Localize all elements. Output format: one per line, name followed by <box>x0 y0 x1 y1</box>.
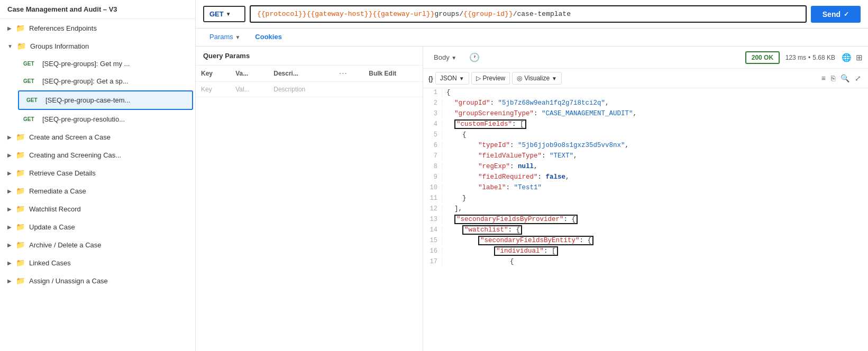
filter-icon[interactable]: ≡ <box>820 72 827 84</box>
main-area: GET ▼ {{protocol}} {{gateway-host}} {{ga… <box>196 0 868 351</box>
val-cell[interactable]: Val... <box>230 82 268 97</box>
chevron-right-icon: ▶ <box>7 206 12 212</box>
col-key: Key <box>196 66 230 82</box>
folder-icon: 📁 <box>16 205 25 213</box>
tabs-bar: Params ▼ Cookies <box>196 29 868 47</box>
json-line-4: 4 "customFields": [ <box>423 120 868 131</box>
col-desc: Descri... <box>268 66 334 82</box>
chevron-right-icon: ▶ <box>7 170 12 176</box>
method-selector[interactable]: GET ▼ <box>203 6 245 22</box>
expand-icon[interactable]: ⤢ <box>853 72 863 84</box>
folder-icon: 📁 <box>16 258 25 267</box>
preview-label: Preview <box>483 75 506 82</box>
params-table: Key Va... Descri... ··· Bulk Edit Key Va… <box>196 66 423 97</box>
folder-icon: 📁 <box>17 42 26 50</box>
json-line-13: 13 "secondaryFieldsByProvider": { <box>423 215 868 226</box>
search-icon[interactable]: 🔍 <box>839 72 851 84</box>
sidebar-item-creating-screening[interactable]: ▶ 📁 Creating and Screening Cas... <box>0 146 195 164</box>
response-size: 5.68 KB <box>812 54 835 61</box>
url-bar: GET ▼ {{protocol}} {{gateway-host}} {{ga… <box>196 0 868 29</box>
sidebar-item-label: Update a Case <box>29 223 188 231</box>
response-tabs-bar: Body ▼ 🕐 200 OK 123 ms • 5.68 KB 🌐 ⊞ <box>423 47 868 69</box>
sidebar-item-label: References Endpoints <box>29 24 188 32</box>
sidebar-item-archive-delete[interactable]: ▶ 📁 Archive / Delete a Case <box>0 236 195 254</box>
format-selector[interactable]: JSON ▼ <box>435 72 469 85</box>
col-dots: ··· <box>334 66 363 82</box>
sidebar-item-get-resolutio[interactable]: GET [SEQ-pre-group-resolutio... <box>16 110 195 128</box>
folder-icon: 📁 <box>16 169 25 177</box>
chevron-right-icon: ▶ <box>7 242 12 248</box>
folder-icon: 📁 <box>16 241 25 249</box>
sidebar-item-get-case-template[interactable]: GET [SEQ-pre-group-case-tem... <box>18 90 193 110</box>
chevron-right-icon: ▶ <box>7 188 12 194</box>
folder-icon: 📁 <box>16 187 25 195</box>
col-bulk: Bulk Edit <box>363 66 423 82</box>
sidebar-item-watchlist[interactable]: ▶ 📁 Watchlist Record <box>0 200 195 218</box>
json-line-12: 12 ], <box>423 205 868 215</box>
sidebar-item-get-my-groups[interactable]: GET [SEQ-pre-groups]: Get my ... <box>16 55 195 72</box>
send-label: Send <box>823 10 840 19</box>
folder-icon: 📁 <box>16 24 25 32</box>
sidebar-item-label: [SEQ-pre-group-resolutio... <box>42 115 188 123</box>
sidebar-item-label: Creating and Screening Cas... <box>29 151 188 159</box>
visualize-icon: ◎ <box>517 75 522 82</box>
tab-params[interactable]: Params ▼ <box>203 29 246 46</box>
method-chevron-icon: ▼ <box>226 11 231 17</box>
json-line-8: 8 "regExp": null, <box>423 162 868 173</box>
tab-cookies[interactable]: Cookies <box>249 29 288 46</box>
response-icons: 🌐 ⊞ <box>842 53 863 62</box>
key-cell[interactable]: Key <box>196 82 230 97</box>
send-button[interactable]: Send ✓ <box>811 6 861 23</box>
sidebar-item-references[interactable]: ▶ 📁 References Endpoints <box>0 19 195 37</box>
sidebar-item-label: Linked Cases <box>29 259 188 267</box>
desc-cell[interactable]: Description <box>268 82 334 97</box>
method-badge: GET <box>23 78 38 84</box>
format-bar: {} JSON ▼ ▷ Preview ◎ Visualize ▼ ≡ ⎘ <box>423 69 868 88</box>
resize-icon[interactable]: ⊞ <box>856 53 863 62</box>
json-line-17: 17 { <box>423 257 868 268</box>
json-line-1: 1 { <box>423 88 868 99</box>
visualize-label: Visualize <box>524 75 550 82</box>
method-label: GET <box>209 10 224 18</box>
folder-icon: 📁 <box>16 133 25 141</box>
method-badge: GET <box>23 61 38 67</box>
json-line-11: 11 } <box>423 194 868 205</box>
sidebar-item-get-a-sp[interactable]: GET [SEQ-pre-group]: Get a sp... <box>16 72 195 90</box>
sidebar-item-label: Assign / Unassign a Case <box>29 277 188 285</box>
history-icon-btn[interactable]: 🕐 <box>464 50 485 65</box>
checkmark-icon: ✓ <box>844 11 849 18</box>
url-input[interactable]: {{protocol}} {{gateway-host}} {{gateway-… <box>250 5 807 23</box>
col-val: Va... <box>230 66 268 82</box>
json-response-area: 1 { 2 "groupId": "5jb7z68w9eah1fq2g7i8tc… <box>423 88 868 351</box>
resp-dot1: • <box>808 54 810 61</box>
method-badge: GET <box>26 97 41 103</box>
chevron-right-icon: ▶ <box>7 25 12 31</box>
url-protocol: {{protocol}} <box>257 10 307 18</box>
sidebar-title: Case Management and Audit – V3 <box>0 0 195 19</box>
chevron-right-icon: ▶ <box>7 134 12 140</box>
sidebar-item-remediate[interactable]: ▶ 📁 Remediate a Case <box>0 182 195 200</box>
globe-icon[interactable]: 🌐 <box>842 53 852 62</box>
folder-icon: 📁 <box>16 276 25 285</box>
sidebar-item-linked-cases[interactable]: ▶ 📁 Linked Cases <box>0 254 195 272</box>
sidebar-item-label: Archive / Delete a Case <box>29 241 188 249</box>
preview-play-icon: ▷ <box>476 75 481 82</box>
status-badge: 200 OK <box>745 51 780 64</box>
json-line-3: 3 "groupScreeningType": "CASE_MANAGEMENT… <box>423 109 868 120</box>
sidebar-item-retrieve-case[interactable]: ▶ 📁 Retrieve Case Details <box>0 164 195 182</box>
preview-btn[interactable]: ▷ Preview <box>471 72 510 85</box>
tab-body[interactable]: Body ▼ <box>428 51 462 64</box>
sidebar-item-label: Remediate a Case <box>29 187 188 195</box>
folder-icon: 📁 <box>16 151 25 159</box>
sidebar-item-assign-unassign[interactable]: ▶ 📁 Assign / Unassign a Case <box>0 272 195 290</box>
sidebar-item-create-screen[interactable]: ▶ 📁 Create and Screen a Case <box>0 128 195 146</box>
copy-icon[interactable]: ⎘ <box>829 72 837 84</box>
sidebar-item-groups-information[interactable]: ▼ 📁 Groups Information <box>0 37 195 55</box>
sidebar-item-update-case[interactable]: ▶ 📁 Update a Case <box>0 218 195 236</box>
body-chevron-icon: ▼ <box>451 55 456 61</box>
sidebar-item-label: Create and Screen a Case <box>29 133 188 141</box>
json-line-15: 15 "secondaryFieldsByEntity": { <box>423 236 868 247</box>
format-label: JSON <box>440 75 457 82</box>
json-line-7: 7 "fieldValueType": "TEXT", <box>423 152 868 162</box>
visualize-btn[interactable]: ◎ Visualize ▼ <box>512 72 562 85</box>
